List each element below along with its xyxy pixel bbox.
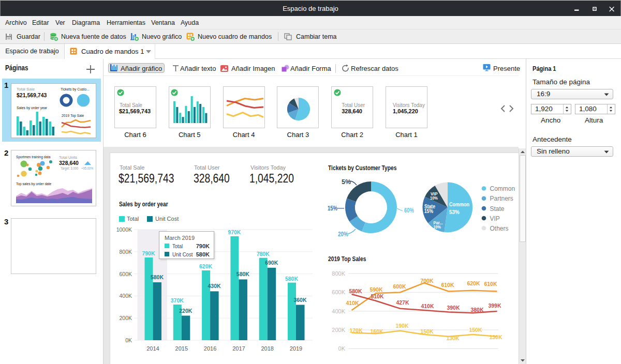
svg-text:410K: 410K <box>346 300 359 306</box>
svg-text:580K: 580K <box>236 271 250 277</box>
svg-text:Common: Common <box>490 185 515 192</box>
svg-text:427K: 427K <box>396 299 409 306</box>
svg-text:150K: 150K <box>420 328 434 335</box>
svg-text:10%: 10% <box>434 224 441 230</box>
svg-text:2017: 2017 <box>232 345 245 352</box>
svg-text:690K: 690K <box>265 260 278 266</box>
svg-text:390K: 390K <box>447 305 460 311</box>
svg-text:2014: 2014 <box>146 345 159 352</box>
svg-text:600K: 600K <box>393 283 406 290</box>
svg-text:700K: 700K <box>420 278 434 284</box>
svg-text:399K: 399K <box>488 302 501 309</box>
svg-text:790K: 790K <box>142 250 155 256</box>
svg-text:380K: 380K <box>470 307 484 313</box>
svg-text:1000K: 1000K <box>116 226 132 233</box>
svg-text:190K: 190K <box>395 323 409 329</box>
svg-text:130K: 130K <box>489 334 502 340</box>
svg-text:220K: 220K <box>179 308 193 314</box>
svg-text:0K: 0K <box>125 337 132 343</box>
svg-text:Others: Others <box>490 225 509 232</box>
svg-text:370K: 370K <box>171 297 184 304</box>
svg-text:20%: 20% <box>338 231 348 238</box>
svg-text:400K: 400K <box>332 308 345 314</box>
svg-text:800K: 800K <box>332 270 345 277</box>
svg-text:VIP: VIP <box>490 215 500 222</box>
svg-text:200K: 200K <box>332 327 345 333</box>
svg-text:430K: 430K <box>208 283 221 289</box>
svg-text:580K: 580K <box>349 288 362 294</box>
svg-text:5%: 5% <box>342 178 351 186</box>
svg-text:360K: 360K <box>293 297 307 303</box>
svg-text:580K: 580K <box>285 276 299 282</box>
svg-text:410K: 410K <box>421 303 434 309</box>
svg-text:150K: 150K <box>469 327 482 333</box>
svg-text:60%: 60% <box>404 207 414 214</box>
svg-text:2016: 2016 <box>204 345 216 352</box>
svg-text:610K: 610K <box>441 282 454 288</box>
svg-text:620K: 620K <box>467 280 480 286</box>
svg-text:970K: 970K <box>228 229 241 235</box>
svg-text:53%: 53% <box>449 209 460 215</box>
svg-text:130K: 130K <box>446 335 460 341</box>
svg-text:15%: 15% <box>328 205 337 212</box>
svg-text:170K: 170K <box>349 327 363 333</box>
svg-text:200K: 200K <box>119 315 132 321</box>
svg-text:600K: 600K <box>332 289 345 295</box>
svg-text:15%: 15% <box>424 208 434 214</box>
svg-text:510K: 510K <box>371 293 384 299</box>
svg-text:400K: 400K <box>119 293 132 299</box>
svg-text:10%: 10% <box>430 195 438 201</box>
svg-text:590K: 590K <box>369 286 383 293</box>
svg-text:Common: Common <box>449 201 469 207</box>
svg-text:0K: 0K <box>338 345 346 352</box>
svg-text:State: State <box>490 205 505 213</box>
svg-text:610K: 610K <box>484 281 497 287</box>
svg-text:780K: 780K <box>257 251 270 257</box>
svg-text:600K: 600K <box>119 271 132 277</box>
svg-text:2015: 2015 <box>175 345 188 352</box>
svg-text:620K: 620K <box>199 263 213 269</box>
svg-text:Partners: Partners <box>490 195 513 202</box>
svg-text:2019: 2019 <box>290 345 302 352</box>
svg-text:160K: 160K <box>370 328 383 335</box>
svg-text:800K: 800K <box>119 249 132 255</box>
svg-text:580K: 580K <box>151 274 164 280</box>
svg-text:2018: 2018 <box>261 345 273 352</box>
